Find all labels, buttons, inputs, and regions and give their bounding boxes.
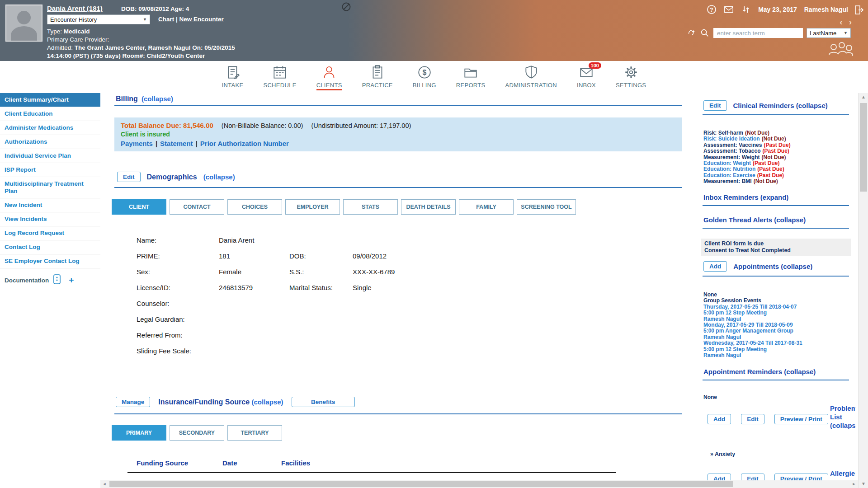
sidebar-item-client-summary[interactable]: Client Summary/Chart	[0, 93, 100, 107]
event-meeting[interactable]: 5:00 pm 12 Step Meeting	[703, 347, 802, 352]
logout-icon[interactable]	[854, 5, 864, 15]
problem-list-add-button[interactable]: Add	[708, 414, 731, 424]
horizontal-scrollbar[interactable]: ◄ ►	[100, 480, 858, 488]
tab-death-details[interactable]: DEATH DETAILS	[401, 199, 456, 215]
appointments-add-button[interactable]: Add	[703, 261, 727, 272]
horizontal-scroll-thumb[interactable]	[109, 481, 733, 487]
chevron-left-icon[interactable]: ‹	[840, 17, 849, 27]
search-filter-dropdown[interactable]: LastName ▼	[807, 28, 851, 38]
event-meeting[interactable]: 5:00 pm Anger Management Group	[703, 328, 802, 334]
problem-list-title[interactable]: Problem List (collapse)	[830, 404, 855, 437]
sidebar-item-se-employer-contact-log[interactable]: SE Employer Contact Log	[0, 254, 100, 268]
sidebar-item-individual-service-plan[interactable]: Individual Service Plan	[0, 149, 100, 163]
nav-inbox[interactable]: 100 INBOX	[577, 64, 596, 93]
tab-secondary[interactable]: SECONDARY	[170, 425, 224, 441]
prior-authorization-link[interactable]: Prior Authorization Number	[200, 140, 289, 147]
help-icon[interactable]: ?	[707, 5, 717, 14]
vertical-scrollbar[interactable]: ▲ ▼	[858, 93, 868, 488]
chart-link[interactable]: Chart	[158, 16, 174, 23]
nav-intake[interactable]: INTAKE	[222, 64, 244, 93]
scroll-left-arrow[interactable]: ◄	[100, 480, 108, 488]
event-provider[interactable]: Ramesh Nagul	[703, 334, 802, 340]
event-provider[interactable]: Ramesh Nagul	[703, 316, 802, 322]
search-icon[interactable]	[700, 28, 710, 38]
tab-stats[interactable]: STATS	[343, 199, 398, 215]
tab-family[interactable]: FAMILY	[459, 199, 514, 215]
clinical-reminders-title[interactable]: Clinical Reminders (collapse)	[733, 102, 828, 109]
reminder-item[interactable]: Education: Exercise(Past Due)	[703, 173, 791, 178]
sidebar-item-client-education[interactable]: Client Education	[0, 107, 100, 121]
payments-link[interactable]: Payments	[121, 140, 153, 147]
billing-collapse-link[interactable]: (collapse)	[142, 95, 173, 103]
tab-primary[interactable]: PRIMARY	[112, 425, 166, 441]
tab-client[interactable]: CLIENT	[112, 199, 166, 215]
sidebar-item-new-incident[interactable]: New Incident	[0, 198, 100, 212]
problem-list-edit-button[interactable]: Edit	[741, 414, 764, 424]
nav-clients[interactable]: CLIENTS	[316, 64, 342, 93]
tab-employer[interactable]: EMPLOYER	[285, 199, 340, 215]
alerts-icon[interactable]	[686, 28, 696, 38]
tab-tertiary[interactable]: TERTIARY	[227, 425, 282, 441]
nav-settings[interactable]: SETTINGS	[616, 64, 646, 93]
event-date[interactable]: Monday, 2017-05-29 Till 2018-05-09	[703, 322, 802, 328]
main-navigation: INTAKE SCHEDULE CLIENTS PRACTICE $ BILLI…	[0, 61, 868, 93]
demographics-collapse-link[interactable]: (collapse)	[203, 173, 235, 181]
search-input[interactable]	[713, 28, 803, 38]
clinical-reminders-edit-button[interactable]: Edit	[703, 100, 727, 111]
golden-thread-title[interactable]: Golden Thread Alerts (collapse)	[703, 216, 806, 224]
group-session-header: Group Session Events	[703, 298, 802, 304]
encounter-history-dropdown[interactable]: Encounter History ▼	[47, 14, 150, 24]
sidebar-item-log-record-request[interactable]: Log Record Request	[0, 226, 100, 240]
new-encounter-link[interactable]: New Encounter	[179, 16, 224, 23]
problem-list-preview-button[interactable]: Preview / Print	[774, 414, 828, 424]
sidebar-item-authorizations[interactable]: Authorizations	[0, 135, 100, 149]
documentation-icon[interactable]	[52, 274, 61, 286]
sidebar-item-contact-log[interactable]: Contact Log	[0, 240, 100, 254]
sidebar-item-multidisciplinary-treatment-plan[interactable]: Multidisciplinary Treatment Plan	[0, 177, 100, 198]
event-provider[interactable]: Ramesh Nagul	[703, 352, 802, 358]
insurance-collapse-link[interactable]: (collapse)	[252, 398, 283, 406]
reminder-item[interactable]: Education: Weight(Past Due)	[703, 160, 791, 166]
reminder-item[interactable]: Education: Nutrition(Past Due)	[703, 166, 791, 172]
tab-choices[interactable]: CHOICES	[227, 199, 282, 215]
event-meeting[interactable]: 5:00 pm 12 Step Meeting	[703, 310, 802, 316]
chevron-right-icon[interactable]: ›	[849, 17, 858, 27]
allergies-title[interactable]: Allergies	[830, 469, 855, 480]
cancel-icon[interactable]	[341, 2, 351, 12]
documentation-add-button[interactable]: +	[69, 275, 74, 285]
nav-billing[interactable]: $ BILLING	[413, 64, 436, 93]
nav-practice[interactable]: PRACTICE	[362, 64, 393, 93]
admitted-line: Admitted: The Grant James Center, Ramesh…	[47, 44, 235, 51]
appointments-title[interactable]: Appointments (collapse)	[733, 263, 812, 270]
vertical-scroll-thumb[interactable]	[860, 103, 867, 192]
event-date[interactable]: Thursday, 2017-05-25 Till 2018-04-07	[703, 304, 802, 310]
appointment-reminders-title[interactable]: Appointment Reminders (collapse)	[703, 368, 816, 375]
nav-reports[interactable]: REPORTS	[456, 64, 486, 93]
problem-list-item[interactable]: » Anxiety	[710, 451, 735, 457]
statement-link[interactable]: Statement	[160, 140, 193, 147]
problem-list-buttons: Add Edit Preview / Print	[708, 414, 828, 424]
allergies-preview-button[interactable]: Preview / Print	[774, 474, 828, 480]
reminder-item[interactable]: Risk: Suicide Ideation(Not Due)	[703, 136, 791, 142]
allergies-edit-button[interactable]: Edit	[741, 474, 764, 480]
inbox-reminders-title[interactable]: Inbox Reminders (expand)	[703, 193, 788, 201]
scroll-down-arrow[interactable]: ▼	[859, 480, 868, 488]
sidebar-item-view-incidents[interactable]: View Incidents	[0, 212, 100, 226]
allergies-add-button[interactable]: Add	[708, 474, 731, 480]
patient-name-link[interactable]: Dania Arent (181)	[47, 5, 103, 12]
icd-icon[interactable]	[741, 5, 751, 14]
sidebar-item-administer-medications[interactable]: Administer Medications	[0, 121, 100, 135]
demographics-edit-button[interactable]: Edit	[117, 172, 141, 182]
scroll-right-arrow[interactable]: ►	[850, 480, 858, 488]
nav-administration[interactable]: ADMINISTRATION	[505, 64, 557, 93]
event-date[interactable]: Wednesday, 2017-05-24 Till 2017-08-31	[703, 340, 802, 346]
benefits-button[interactable]: Benefits	[292, 397, 355, 407]
scroll-up-arrow[interactable]: ▲	[859, 93, 868, 101]
tab-contact[interactable]: CONTACT	[170, 199, 224, 215]
insurance-manage-button[interactable]: Manage	[116, 397, 150, 407]
nav-schedule[interactable]: SCHEDULE	[263, 64, 296, 93]
insured-status: Client is insured	[121, 131, 676, 138]
tab-screening-tool[interactable]: SCREENING TOOL	[517, 199, 576, 215]
mail-icon[interactable]	[724, 5, 734, 14]
sidebar-item-isp-report[interactable]: ISP Report	[0, 163, 100, 177]
